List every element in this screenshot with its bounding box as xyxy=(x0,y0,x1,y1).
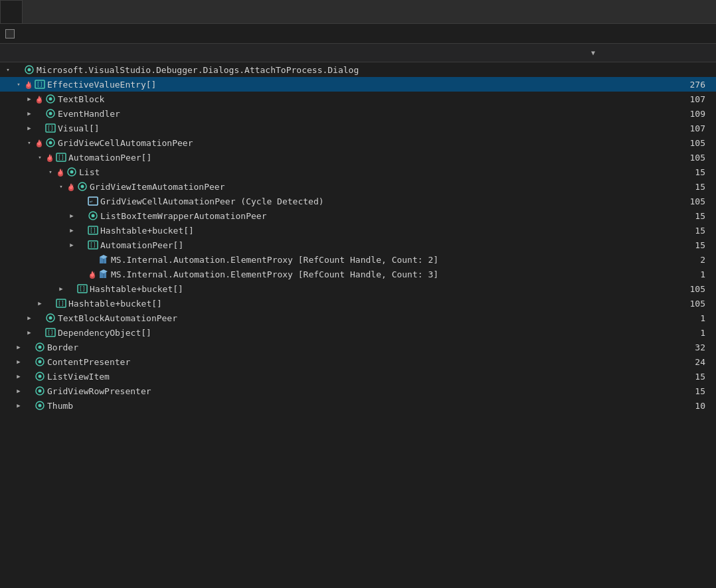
row-text: AutomationPeer[] xyxy=(68,153,151,163)
tree-row[interactable]: ▶ TextBlockAutomationPeer1 xyxy=(0,311,716,325)
tree-row[interactable]: ▶ EventHandler109 xyxy=(0,106,716,121)
tree-row[interactable]: ▶ [] Hashtable+bucket[]105 xyxy=(0,296,716,311)
tree-row[interactable]: MS.Internal.Automation.ElementProxy [Ref… xyxy=(0,252,716,267)
row-count: 24 xyxy=(581,357,713,367)
expand-btn[interactable]: ▶ xyxy=(13,386,24,396)
tree-row[interactable]: MS.Internal.Automation.ElementProxy [Ref… xyxy=(0,267,716,281)
flame-icon xyxy=(35,137,44,148)
cube-svg-icon xyxy=(98,254,109,265)
class-svg-icon xyxy=(35,342,45,352)
flame-icon xyxy=(56,167,65,177)
tree-container[interactable]: ▾ Microsoft.VisualStudio.Debugger.Dialog… xyxy=(0,62,716,588)
tree-row[interactable]: ▶ [] DependencyObject[]1 xyxy=(0,325,716,340)
svg-text:[]: [] xyxy=(90,242,96,248)
expand-btn[interactable]: ▶ xyxy=(35,298,45,309)
tree-row[interactable]: ▶ [] AutomationPeer[]15 xyxy=(0,238,716,252)
expand-btn[interactable]: ▶ xyxy=(66,210,77,221)
array-svg-icon: [] xyxy=(45,123,56,133)
toolbar xyxy=(0,24,716,44)
tree-row[interactable]: ▾ [] AutomationPeer[]105 xyxy=(0,150,716,165)
collapse-btn[interactable]: ▾ xyxy=(24,137,35,148)
collapse-btn[interactable]: ▾ xyxy=(45,167,56,177)
tab-paths-to-root[interactable] xyxy=(0,0,23,23)
collapse-btn[interactable]: ▾ xyxy=(35,152,45,163)
tree-row[interactable]: ▾ Microsoft.VisualStudio.Debugger.Dialog… xyxy=(0,62,716,77)
expand-none xyxy=(77,269,88,279)
svg-text:[]: [] xyxy=(79,286,86,292)
row-text: Hashtable+bucket[] xyxy=(68,299,162,309)
column-headers: ▼ xyxy=(0,44,716,62)
expand-btn[interactable]: ▶ xyxy=(24,123,35,133)
tree-row-content: ▶ [] Hashtable+bucket[] xyxy=(56,283,581,294)
row-text: ListBoxItemWrapperAutomationPeer xyxy=(100,211,266,221)
expand-btn[interactable]: ▶ xyxy=(24,108,35,119)
expand-btn[interactable]: ▶ xyxy=(24,313,35,323)
row-text: ContentPresenter xyxy=(47,357,130,367)
tree-row-content: ↩ GridViewCellAutomationPeer (Cycle Dete… xyxy=(66,196,581,206)
tree-row[interactable]: ▶ ListViewItem15 xyxy=(0,369,716,384)
tree-row-content: ▾ GridViewCellAutomationPeer xyxy=(24,137,581,148)
row-count: 109 xyxy=(581,109,713,119)
row-count: 107 xyxy=(581,123,713,133)
tree-row-content: ▶ [] Hashtable+bucket[] xyxy=(35,298,581,309)
expand-btn[interactable]: ▶ xyxy=(13,356,24,367)
tree-row-content: ▶ Thumb xyxy=(13,400,581,411)
expand-none xyxy=(66,196,77,206)
expand-btn[interactable]: ▶ xyxy=(66,240,77,250)
tree-row[interactable]: ▶ GridViewRowPresenter15 xyxy=(0,384,716,398)
tree-row[interactable]: ↩ GridViewCellAutomationPeer (Cycle Dete… xyxy=(0,194,716,208)
row-count: 107 xyxy=(581,94,713,104)
flame-icon xyxy=(45,152,54,163)
expand-btn[interactable]: ▶ xyxy=(24,327,35,338)
row-text: GridViewCellAutomationPeer xyxy=(58,138,193,148)
cycle-svg-icon: ↩ xyxy=(88,196,98,206)
array-svg-icon: [] xyxy=(77,283,88,294)
svg-point-44 xyxy=(49,317,52,320)
row-text: Visual[] xyxy=(58,123,100,133)
tree-row[interactable]: ▶ [] Visual[]107 xyxy=(0,121,716,135)
col-ref-count-header[interactable]: ▼ xyxy=(583,49,716,56)
row-text: Thumb xyxy=(47,401,73,411)
expand-btn[interactable]: ▶ xyxy=(56,283,66,294)
tree-row[interactable]: ▶ Border32 xyxy=(0,340,716,354)
collapse-btn[interactable]: ▾ xyxy=(56,181,66,192)
expand-btn[interactable]: ▶ xyxy=(13,342,24,352)
class-svg-icon xyxy=(45,108,56,119)
tree-row[interactable]: ▶ ListBoxItemWrapperAutomationPeer15 xyxy=(0,208,716,223)
expand-btn[interactable]: ▶ xyxy=(13,371,24,382)
tree-row[interactable]: ▾ List15 xyxy=(0,165,716,179)
collapse-btn[interactable]: ▾ xyxy=(3,64,13,75)
flame-icon xyxy=(24,79,33,90)
row-text: Hashtable+bucket[] xyxy=(100,226,194,236)
tree-row-content: ▶ [] Visual[] xyxy=(24,123,581,133)
tree-row[interactable]: ▶ Thumb10 xyxy=(0,398,716,413)
svg-text:[]: [] xyxy=(58,301,64,307)
expand-btn[interactable]: ▶ xyxy=(24,94,35,104)
row-text: GridViewRowPresenter xyxy=(47,386,151,396)
tree-row-content: ▶ [] Hashtable+bucket[] xyxy=(66,225,581,236)
expand-btn[interactable]: ▶ xyxy=(13,400,24,411)
expand-btn[interactable]: ▶ xyxy=(66,225,77,236)
svg-point-52 xyxy=(39,375,42,378)
tree-row[interactable]: ▶ [] Hashtable+bucket[]15 xyxy=(0,223,716,238)
row-count: 105 xyxy=(581,284,713,294)
tree-row-content: ▾ [] AutomationPeer[] xyxy=(35,152,581,163)
tree-row-content: ▶ [] DependencyObject[] xyxy=(24,327,581,338)
tree-row[interactable]: ▶ [] Hashtable+bucket[]105 xyxy=(0,281,716,296)
class-svg-icon xyxy=(35,400,45,411)
tree-row-content: MS.Internal.Automation.ElementProxy [Ref… xyxy=(77,269,581,279)
svg-point-14 xyxy=(49,141,52,145)
tree-row[interactable]: ▶ ContentPresenter24 xyxy=(0,354,716,369)
tab-referenced-types[interactable] xyxy=(23,0,45,23)
collapse-btn[interactable]: ▾ xyxy=(13,79,24,90)
tree-row[interactable]: ▶ TextBlock107 xyxy=(0,92,716,106)
array-svg-icon: [] xyxy=(88,225,98,236)
class-svg-icon xyxy=(45,313,56,323)
row-count: 105 xyxy=(581,138,713,148)
row-count: 15 xyxy=(581,240,713,250)
show-hot-paths-checkbox[interactable] xyxy=(5,29,15,38)
tree-row[interactable]: ▾ GridViewCellAutomationPeer105 xyxy=(0,135,716,150)
tree-row[interactable]: ▾ GridViewItemAutomationPeer15 xyxy=(0,179,716,194)
tree-row[interactable]: ▾ [] EffectiveValueEntry[]276 xyxy=(0,77,716,92)
row-text: EffectiveValueEntry[] xyxy=(47,80,156,90)
